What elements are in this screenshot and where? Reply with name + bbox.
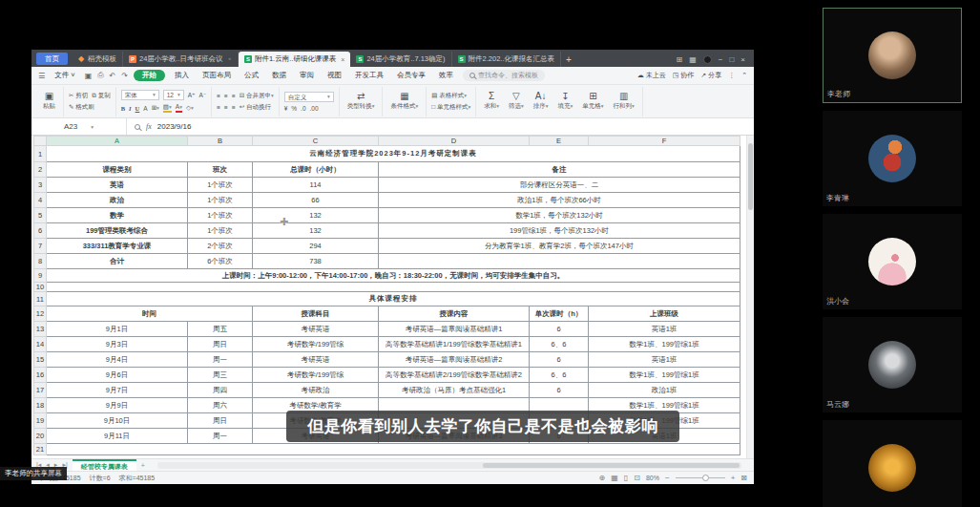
type-convert-button[interactable]: ⇄ 类型转换▾ (344, 92, 378, 111)
cell[interactable]: 政治1班，每个班次66小时 (379, 193, 740, 208)
tab-home[interactable]: 首页 (36, 53, 68, 65)
cell[interactable]: 1个班次 (188, 223, 253, 239)
cell[interactable]: 上课班级 (589, 306, 740, 322)
redo-icon[interactable]: ↷ (121, 72, 128, 80)
close-button[interactable]: × (740, 55, 745, 64)
fill-button[interactable]: ↧ 填充▾ (555, 92, 576, 111)
formula-input[interactable]: 2023/9/16 (157, 122, 192, 131)
cell[interactable]: 9月7日 (47, 383, 188, 398)
share-button[interactable]: ↗ 分享 (700, 71, 721, 80)
cell[interactable]: 部分课程区分英语一、二 (379, 178, 740, 193)
account-avatar[interactable] (703, 55, 712, 64)
cell[interactable]: 9月9日 (47, 398, 188, 413)
strikethrough-button[interactable]: A (143, 105, 147, 112)
zoom-in-icon[interactable]: + (731, 474, 736, 482)
cell[interactable]: 政治1班 (589, 383, 740, 398)
save-icon[interactable]: ▣ (85, 72, 93, 80)
zoom-level[interactable]: 80% (646, 475, 659, 481)
cond-format-button[interactable]: ▦ 条件格式▾ (387, 92, 421, 111)
zoom-formula-icon[interactable] (135, 124, 140, 130)
menu-item-效率[interactable]: 效率 (435, 70, 457, 81)
print-icon[interactable]: ⎙ (97, 71, 103, 80)
cell[interactable]: 9月11日 (47, 429, 188, 444)
decrease-decimal-icon[interactable]: .00 (310, 105, 319, 112)
row-header[interactable]: 1 (34, 146, 47, 162)
paste-button[interactable]: ▣ 粘贴 (40, 92, 58, 111)
cell[interactable]: 6 (530, 383, 589, 398)
sheet-tab-active[interactable]: 经管校专属课表 (73, 459, 136, 471)
cell[interactable]: 备注 (379, 162, 740, 178)
zoom-slider[interactable] (676, 477, 725, 478)
tab-docer[interactable]: ◆ 稻壳模板 (72, 52, 123, 67)
menu-file[interactable]: 文件 ˅ (51, 70, 78, 81)
row-header[interactable]: 2 (34, 162, 47, 178)
horizontal-scrollbar-thumb[interactable] (483, 463, 740, 468)
row-header[interactable]: 11 (34, 292, 47, 306)
page-break-icon[interactable]: ⊡ (634, 474, 640, 482)
cell[interactable]: 班次 (188, 162, 253, 178)
menu-item-公式[interactable]: 公式 (240, 70, 262, 81)
row-header[interactable]: 20 (34, 429, 47, 444)
decrease-font-icon[interactable]: A⁻ (199, 92, 207, 99)
row-header[interactable]: 19 (34, 413, 47, 429)
currency-icon[interactable]: ¥ (284, 105, 288, 112)
collab-button[interactable]: ◳ 协作 (673, 71, 695, 80)
select-all-corner[interactable] (34, 137, 47, 146)
cell[interactable]: 333/311教育学专业课 (47, 239, 188, 254)
cell[interactable]: 周日 (188, 337, 253, 352)
cell[interactable]: 9月6日 (47, 368, 188, 383)
cell[interactable]: 9月1日 (47, 322, 188, 337)
menu-item-会员专享[interactable]: 会员专享 (393, 70, 429, 81)
minimize-button[interactable]: − (719, 55, 723, 64)
cell[interactable]: 周一 (188, 429, 253, 444)
cloud-status[interactable]: ☁ 未上云 (637, 71, 666, 80)
cell[interactable]: 英语1班 (589, 352, 740, 368)
cell[interactable]: 周日 (188, 413, 253, 429)
apps-grid-icon[interactable]: ▦ (689, 55, 697, 64)
sort-button[interactable]: A↓ 排序▾ (531, 92, 552, 111)
column-header[interactable]: F (589, 137, 740, 146)
cell[interactable]: 1个班次 (188, 193, 253, 208)
cell[interactable]: 数学1班、199管综1班 (589, 368, 740, 383)
align-right-icon[interactable]: ≡ (232, 104, 236, 111)
cell[interactable]: 1个班次 (188, 178, 253, 193)
cell[interactable]: 考研英语 (253, 322, 379, 337)
fx-icon[interactable]: fx (146, 122, 152, 131)
percent-icon[interactable]: % (291, 105, 297, 112)
command-search[interactable]: 查找命令、搜索模板 (463, 70, 545, 81)
cell[interactable]: 9月10日 (47, 413, 188, 429)
cell[interactable] (47, 283, 740, 292)
cell[interactable]: 考研数学/199管综 (253, 368, 379, 383)
align-left-icon[interactable]: ≡ (217, 104, 220, 111)
cell[interactable]: 英语 (47, 178, 188, 193)
underline-button[interactable]: U (136, 105, 140, 112)
normal-view-icon[interactable]: ▦ (611, 474, 618, 482)
row-header[interactable]: 8 (34, 254, 47, 269)
column-header[interactable]: E (530, 137, 589, 146)
cell[interactable]: 6、6 (530, 337, 589, 352)
undo-icon[interactable]: ↶ (110, 72, 116, 80)
cell[interactable]: 高等数学基础精讲2/199管综数学基础精讲2 (379, 368, 530, 383)
column-header[interactable]: D (379, 137, 530, 146)
macro-icon[interactable]: ⊕ (599, 474, 606, 482)
cell[interactable]: 6 (530, 352, 589, 368)
font-name-select[interactable]: 宋体▾ (121, 90, 159, 100)
tab-doc-2-active[interactable]: S 附件1.云南..研细化课课表 × (239, 52, 351, 67)
cell[interactable]: 总课时（小时） (253, 162, 379, 178)
table1-title[interactable]: 云南经济管理学院2023年9-12月考研定制课表 (47, 146, 740, 162)
cell[interactable]: 考研政治 (253, 383, 379, 398)
cell[interactable]: 9月3日 (47, 337, 188, 352)
tab-pin-icon[interactable]: ∘ (228, 55, 232, 63)
participant-tile[interactable] (823, 420, 962, 507)
clear-format-icon[interactable]: ◇▾ (186, 104, 194, 112)
horizontal-scrollbar[interactable] (157, 462, 741, 469)
row-header[interactable]: 5 (34, 208, 47, 223)
cell[interactable]: 考研英语—篇章阅读基础精讲1 (379, 322, 530, 337)
column-header[interactable]: B (188, 137, 253, 146)
cell[interactable]: 授课内容 (379, 306, 530, 322)
cell[interactable]: 政治 (47, 193, 188, 208)
table-style-button[interactable]: ▤ 表格样式▾ (431, 92, 467, 100)
cell[interactable]: 周四 (188, 383, 253, 398)
row-header[interactable]: 16 (34, 368, 47, 383)
cell[interactable]: 考研英语—篇章阅读基础精讲2 (379, 352, 530, 368)
